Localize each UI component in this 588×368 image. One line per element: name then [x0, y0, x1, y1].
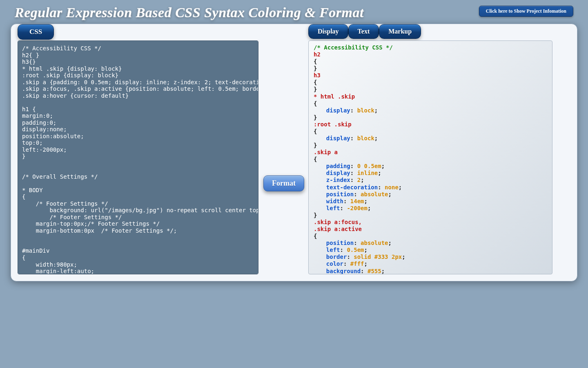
tab-display[interactable]: Display	[308, 24, 348, 39]
main-panel: CSS Display Text Markup Format /* Access…	[11, 24, 577, 281]
tab-text[interactable]: Text	[348, 24, 379, 39]
tab-row-right: Display Text Markup	[308, 24, 421, 39]
output-panel[interactable]: /* Accessibility CSS */ h2 { } h3 { } * …	[308, 40, 552, 274]
page-title: Regular Expression Based CSS Syntax Colo…	[15, 5, 364, 20]
format-button[interactable]: Format	[263, 175, 304, 191]
css-input[interactable]	[18, 40, 258, 274]
tab-markup[interactable]: Markup	[379, 24, 421, 39]
tab-css[interactable]: CSS	[18, 24, 54, 40]
tab-row-left: CSS	[18, 24, 54, 40]
project-info-button[interactable]: Click here to Show Project Infomation	[479, 6, 573, 17]
